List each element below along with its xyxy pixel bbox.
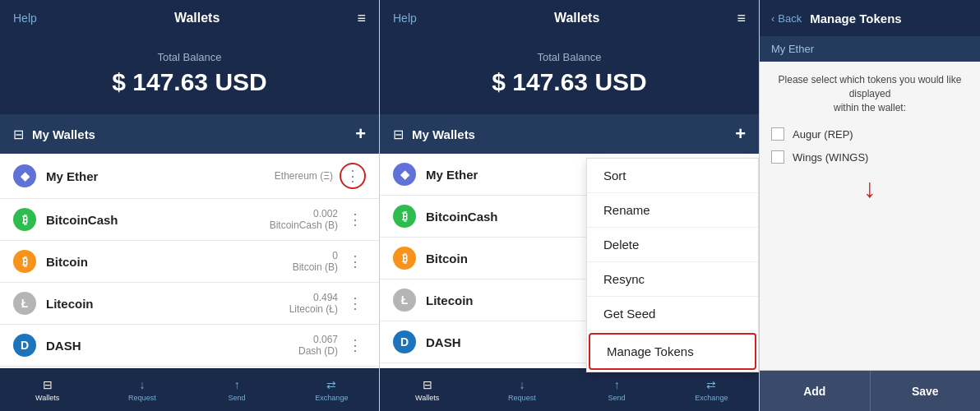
header-title-left: Wallets bbox=[174, 11, 220, 25]
wallet-name-dash: DASH bbox=[46, 339, 298, 353]
nav-request-label-left: Request bbox=[128, 394, 156, 402]
manage-tokens-footer: Add Save bbox=[760, 370, 980, 411]
wallet-name-myether: My Ether bbox=[46, 169, 275, 183]
add-button[interactable]: Add bbox=[760, 371, 870, 411]
nav-request-mid[interactable]: ↓ Request bbox=[474, 369, 569, 411]
wallet-item-myether[interactable]: ◆ My Ether Ethereum (Ξ) ⋮ bbox=[0, 154, 379, 199]
dropdown-menu: Sort Rename Delete Resync Get Seed Manag… bbox=[586, 158, 759, 372]
back-button[interactable]: ‹ Back bbox=[771, 12, 802, 25]
send-nav-icon-mid: ↑ bbox=[614, 378, 620, 391]
nav-request-left[interactable]: ↓ Request bbox=[95, 369, 189, 411]
panel-middle: Help Wallets ≡ Total Balance $ 147.63 US… bbox=[380, 0, 760, 411]
bottom-nav-left: ⊟ Wallets ↓ Request ↑ Send ⇄ Exchange bbox=[0, 368, 379, 411]
panel-left: Help Wallets ≡ Total Balance $ 147.63 US… bbox=[0, 0, 380, 411]
balance-amount-middle: $ 147.63 USD bbox=[380, 68, 759, 96]
wallet-balance-dash: 0.067 Dash (D) bbox=[298, 334, 338, 357]
wallet-dots-bitcoincash[interactable]: ⋮ bbox=[344, 210, 366, 229]
manage-tokens-body: Please select which tokens you would lik… bbox=[760, 62, 980, 370]
wallet-name-litecoin: Litecoin bbox=[46, 297, 289, 311]
panel-right: ‹ Back Manage Tokens My Ether Please sel… bbox=[760, 0, 980, 411]
exchange-nav-icon: ⇄ bbox=[326, 378, 336, 391]
dropdown-manage-tokens[interactable]: Manage Tokens bbox=[589, 333, 756, 370]
wallet-dots-bitcoin[interactable]: ⋮ bbox=[344, 252, 366, 270]
dropdown-delete[interactable]: Delete bbox=[587, 228, 758, 262]
manage-tokens-wallet-name: My Ether bbox=[760, 36, 980, 62]
balance-label-middle: Total Balance bbox=[380, 51, 759, 63]
wallet-item-bitcoincash[interactable]: ₿ BitcoinCash 0.002 BitcoinCash (B) ⋮ bbox=[0, 199, 379, 241]
ltc-icon: Ł bbox=[13, 292, 36, 315]
dash-icon-mid: D bbox=[393, 330, 416, 353]
wallet-item-dash[interactable]: D DASH 0.067 Dash (D) ⋮ bbox=[0, 325, 379, 367]
nav-exchange-left[interactable]: ⇄ Exchange bbox=[284, 369, 379, 411]
balance-section-left: Total Balance $ 147.63 USD bbox=[0, 36, 379, 114]
token-checkbox-wings[interactable] bbox=[771, 150, 784, 164]
balance-amount-left: $ 147.63 USD bbox=[0, 68, 379, 96]
dropdown-rename[interactable]: Rename bbox=[587, 193, 758, 228]
balance-label-left: Total Balance bbox=[0, 51, 379, 63]
dropdown-sort[interactable]: Sort bbox=[587, 159, 758, 193]
dropdown-getseed[interactable]: Get Seed bbox=[587, 297, 758, 331]
token-row-augur: Augur (REP) bbox=[771, 127, 968, 141]
bottom-nav-middle: ⊟ Wallets ↓ Request ↑ Send ⇄ Exchange bbox=[380, 368, 759, 411]
token-label-augur: Augur (REP) bbox=[793, 128, 853, 141]
nav-wallets-mid[interactable]: ⊟ Wallets bbox=[380, 369, 474, 411]
wallet-name-bitcoin: Bitcoin bbox=[46, 255, 293, 269]
token-label-wings: Wings (WINGS) bbox=[793, 151, 868, 164]
header-middle: Help Wallets ≡ bbox=[380, 0, 759, 36]
request-nav-icon-mid: ↓ bbox=[519, 378, 525, 391]
nav-wallets-label-mid: Wallets bbox=[415, 394, 439, 402]
header-left: Help Wallets ≡ bbox=[0, 0, 379, 36]
wallet-dots-myether[interactable]: ⋮ bbox=[340, 163, 366, 189]
menu-icon-middle[interactable]: ≡ bbox=[737, 10, 746, 27]
dropdown-resync[interactable]: Resync bbox=[587, 262, 758, 297]
wallet-name-bitcoincash: BitcoinCash bbox=[46, 213, 270, 227]
wallets-nav-icon-mid: ⊟ bbox=[423, 378, 432, 391]
bch-icon: ₿ bbox=[13, 208, 36, 231]
wallets-title-middle: My Wallets bbox=[412, 127, 735, 141]
wallets-title-left: My Wallets bbox=[32, 127, 355, 141]
nav-send-label-mid: Send bbox=[608, 394, 626, 402]
request-nav-icon: ↓ bbox=[139, 378, 145, 391]
nav-wallets-label-left: Wallets bbox=[35, 394, 59, 402]
wallets-add-button-middle[interactable]: + bbox=[735, 123, 746, 145]
wallet-list-left: ◆ My Ether Ethereum (Ξ) ⋮ ₿ BitcoinCash … bbox=[0, 154, 379, 368]
wallet-dots-dash[interactable]: ⋮ bbox=[344, 336, 366, 354]
wallets-header-left: ⊟ My Wallets + bbox=[0, 114, 379, 154]
nav-request-label-mid: Request bbox=[508, 394, 536, 402]
wallet-balance-myether: Ethereum (Ξ) bbox=[275, 170, 333, 182]
wallet-item-litecoin[interactable]: Ł Litecoin 0.494 Litecoin (Ł) ⋮ bbox=[0, 283, 379, 325]
token-checkbox-augur[interactable] bbox=[771, 127, 784, 141]
nav-exchange-mid[interactable]: ⇄ Exchange bbox=[664, 369, 759, 411]
nav-send-mid[interactable]: ↑ Send bbox=[570, 369, 664, 411]
help-link-left[interactable]: Help bbox=[13, 12, 37, 25]
wallets-icon-left: ⊟ bbox=[13, 127, 24, 142]
help-link-middle[interactable]: Help bbox=[393, 12, 417, 25]
eth-icon-mid: ◆ bbox=[393, 163, 416, 186]
arrow-down-indicator: ↓ bbox=[771, 173, 968, 204]
back-chevron-icon: ‹ bbox=[771, 12, 774, 25]
eth-icon: ◆ bbox=[13, 164, 36, 187]
wallets-nav-icon: ⊟ bbox=[43, 378, 53, 391]
send-nav-icon: ↑ bbox=[234, 378, 240, 391]
nav-wallets-left[interactable]: ⊟ Wallets bbox=[0, 369, 95, 411]
wallet-dots-litecoin[interactable]: ⋮ bbox=[344, 294, 366, 312]
dash-icon: D bbox=[13, 334, 36, 357]
exchange-nav-icon-mid: ⇄ bbox=[706, 378, 716, 391]
back-label: Back bbox=[778, 12, 802, 25]
wallets-icon-middle: ⊟ bbox=[393, 127, 404, 142]
bch-icon-mid: ₿ bbox=[393, 205, 416, 228]
menu-icon-left[interactable]: ≡ bbox=[357, 10, 366, 27]
wallet-balance-bitcoincash: 0.002 BitcoinCash (B) bbox=[270, 208, 338, 231]
ltc-icon-mid: Ł bbox=[393, 289, 416, 312]
wallet-item-bitcoin[interactable]: ₿ Bitcoin 0 Bitcoin (B) ⋮ bbox=[0, 241, 379, 283]
nav-send-label-left: Send bbox=[229, 394, 246, 402]
wallets-header-middle: ⊟ My Wallets + bbox=[380, 114, 759, 154]
nav-send-left[interactable]: ↑ Send bbox=[190, 369, 284, 411]
btc-icon-mid: ₿ bbox=[393, 247, 416, 270]
manage-tokens-title: Manage Tokens bbox=[810, 12, 901, 25]
nav-exchange-label-mid: Exchange bbox=[695, 394, 728, 402]
wallets-add-button-left[interactable]: + bbox=[355, 123, 366, 145]
manage-tokens-description: Please select which tokens you would lik… bbox=[771, 73, 968, 114]
save-button[interactable]: Save bbox=[870, 371, 981, 411]
wallet-balance-bitcoin: 0 Bitcoin (B) bbox=[293, 250, 338, 273]
